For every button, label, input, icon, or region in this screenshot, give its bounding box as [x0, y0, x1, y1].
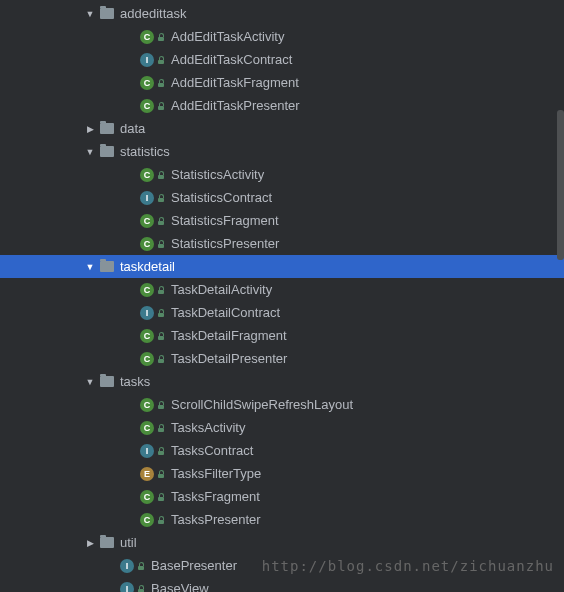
tree-row[interactable]: ▶ETasksFilterType	[0, 462, 564, 485]
tree-label: TasksContract	[171, 443, 253, 458]
interface-icon: I	[140, 53, 154, 67]
tree-label: taskdetail	[120, 259, 175, 274]
interface-icon: I	[140, 444, 154, 458]
lock-icon	[157, 171, 165, 179]
chevron-down-icon[interactable]: ▼	[85, 262, 95, 272]
lock-icon	[137, 562, 145, 570]
lock-icon	[157, 424, 165, 432]
lock-icon	[157, 493, 165, 501]
lock-icon	[157, 56, 165, 64]
lock-icon	[157, 33, 165, 41]
watermark: http://blog.csdn.net/zichuanzhu	[262, 558, 554, 574]
folder-icon	[100, 376, 114, 387]
lock-icon	[157, 217, 165, 225]
lock-icon	[157, 355, 165, 363]
lock-icon	[157, 309, 165, 317]
tree-row[interactable]: ▼taskdetail	[0, 255, 564, 278]
folder-icon	[100, 537, 114, 548]
tree-row[interactable]: ▶CTasksFragment	[0, 485, 564, 508]
class-icon: C	[140, 30, 154, 44]
tree-row[interactable]: ▶CStatisticsActivity	[0, 163, 564, 186]
tree-label: TasksFragment	[171, 489, 260, 504]
class-icon: C	[140, 214, 154, 228]
lock-icon	[157, 79, 165, 87]
lock-icon	[157, 470, 165, 478]
folder-icon	[100, 123, 114, 134]
lock-icon	[157, 240, 165, 248]
tree-row[interactable]: ▶IAddEditTaskContract	[0, 48, 564, 71]
tree-label: TasksFilterType	[171, 466, 261, 481]
class-icon: C	[140, 513, 154, 527]
tree-row[interactable]: ▶ITaskDetailContract	[0, 301, 564, 324]
tree-row[interactable]: ▼statistics	[0, 140, 564, 163]
tree-row[interactable]: ▶CTaskDetailActivity	[0, 278, 564, 301]
project-tree[interactable]: ▼addedittask▶CAddEditTaskActivity▶IAddEd…	[0, 0, 564, 592]
interface-icon: I	[120, 559, 134, 573]
tree-row[interactable]: ▶IBaseView	[0, 577, 564, 592]
tree-row[interactable]: ▶CAddEditTaskFragment	[0, 71, 564, 94]
folder-icon	[100, 146, 114, 157]
tree-label: TaskDetailContract	[171, 305, 280, 320]
chevron-right-icon[interactable]: ▶	[85, 124, 95, 134]
tree-row[interactable]: ▶CTasksActivity	[0, 416, 564, 439]
folder-icon	[100, 261, 114, 272]
class-icon: C	[140, 490, 154, 504]
class-icon: C	[140, 398, 154, 412]
tree-label: data	[120, 121, 145, 136]
tree-label: StatisticsPresenter	[171, 236, 279, 251]
lock-icon	[157, 447, 165, 455]
tree-row[interactable]: ▶ITasksContract	[0, 439, 564, 462]
lock-icon	[157, 516, 165, 524]
interface-icon: I	[120, 582, 134, 593]
tree-label: tasks	[120, 374, 150, 389]
interface-icon: I	[140, 306, 154, 320]
tree-label: BasePresenter	[151, 558, 237, 573]
class-icon: C	[140, 99, 154, 113]
tree-row[interactable]: ▶CAddEditTaskActivity	[0, 25, 564, 48]
tree-label: statistics	[120, 144, 170, 159]
tree-label: StatisticsContract	[171, 190, 272, 205]
tree-row[interactable]: ▶CTaskDetailPresenter	[0, 347, 564, 370]
tree-label: TaskDetailPresenter	[171, 351, 287, 366]
tree-label: AddEditTaskPresenter	[171, 98, 300, 113]
class-icon: C	[140, 168, 154, 182]
chevron-right-icon[interactable]: ▶	[85, 538, 95, 548]
tree-label: util	[120, 535, 137, 550]
tree-label: AddEditTaskActivity	[171, 29, 284, 44]
lock-icon	[157, 102, 165, 110]
enum-icon: E	[140, 467, 154, 481]
tree-row[interactable]: ▶util	[0, 531, 564, 554]
tree-row[interactable]: ▶CTaskDetailFragment	[0, 324, 564, 347]
tree-label: StatisticsActivity	[171, 167, 264, 182]
tree-label: AddEditTaskFragment	[171, 75, 299, 90]
class-icon: C	[140, 329, 154, 343]
tree-label: TaskDetailFragment	[171, 328, 287, 343]
tree-row[interactable]: ▶CAddEditTaskPresenter	[0, 94, 564, 117]
tree-label: AddEditTaskContract	[171, 52, 292, 67]
folder-icon	[100, 8, 114, 19]
tree-label: BaseView	[151, 581, 209, 592]
tree-row[interactable]: ▶CStatisticsPresenter	[0, 232, 564, 255]
tree-row[interactable]: ▼addedittask	[0, 2, 564, 25]
lock-icon	[137, 585, 145, 593]
tree-row[interactable]: ▶CTasksPresenter	[0, 508, 564, 531]
tree-row[interactable]: ▶CScrollChildSwipeRefreshLayout	[0, 393, 564, 416]
interface-icon: I	[140, 191, 154, 205]
chevron-down-icon[interactable]: ▼	[85, 9, 95, 19]
chevron-down-icon[interactable]: ▼	[85, 377, 95, 387]
class-icon: C	[140, 237, 154, 251]
tree-row[interactable]: ▶IStatisticsContract	[0, 186, 564, 209]
lock-icon	[157, 286, 165, 294]
tree-row[interactable]: ▶CStatisticsFragment	[0, 209, 564, 232]
class-icon: C	[140, 352, 154, 366]
class-icon: C	[140, 421, 154, 435]
tree-row[interactable]: ▶data	[0, 117, 564, 140]
tree-label: ScrollChildSwipeRefreshLayout	[171, 397, 353, 412]
class-icon: C	[140, 76, 154, 90]
scrollbar[interactable]	[557, 110, 564, 260]
tree-label: StatisticsFragment	[171, 213, 279, 228]
lock-icon	[157, 401, 165, 409]
chevron-down-icon[interactable]: ▼	[85, 147, 95, 157]
lock-icon	[157, 332, 165, 340]
tree-row[interactable]: ▼tasks	[0, 370, 564, 393]
